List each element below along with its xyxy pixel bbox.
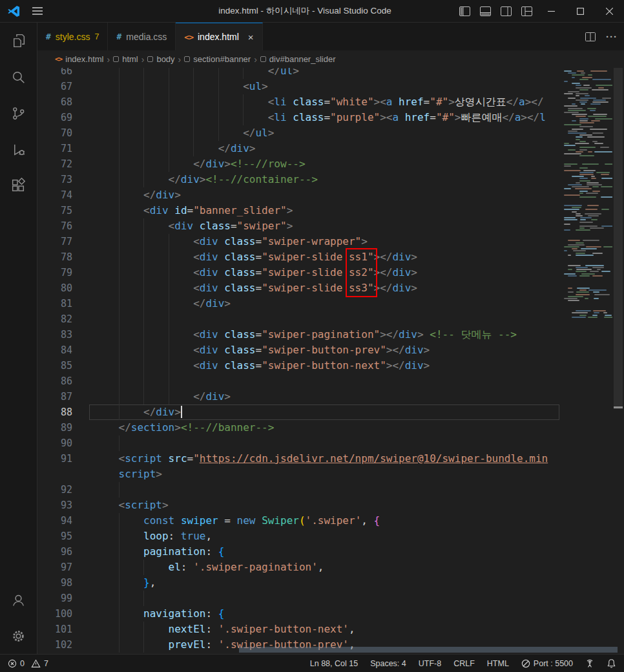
code-line[interactable]: </div> bbox=[37, 404, 562, 420]
code-text: <div class="swiper-button-next"></div> bbox=[94, 358, 430, 373]
notifications-bell-icon[interactable] bbox=[607, 658, 616, 668]
overview-ruler-cursor-mark bbox=[614, 406, 623, 408]
code-line[interactable]: </div> bbox=[37, 296, 562, 311]
cursor-position[interactable]: Ln 88, Col 15 bbox=[310, 659, 358, 668]
code-line[interactable]: const swiper = new Swiper('.swiper', { bbox=[37, 513, 562, 529]
vertical-scrollbar-thumb[interactable] bbox=[614, 68, 623, 409]
code-line[interactable]: <div class="swiper-slide ss1"></div> bbox=[37, 249, 562, 265]
minimize-button[interactable] bbox=[537, 0, 567, 23]
breadcrumb-file[interactable]: <> index.html bbox=[55, 54, 104, 64]
code-line[interactable] bbox=[37, 482, 562, 498]
minimap-line bbox=[581, 248, 597, 249]
breadcrumb-html[interactable]: html bbox=[113, 54, 138, 64]
code-line[interactable]: <div class="swiper-wrapper"> bbox=[37, 234, 562, 249]
more-actions-icon[interactable]: ··· bbox=[606, 31, 618, 42]
close-tab-icon[interactable]: × bbox=[248, 32, 254, 43]
code-line[interactable]: script> bbox=[37, 467, 562, 482]
status-bar: 0 7 Ln 88, Col 15 Spaces: 4 UTF-8 CRLF H… bbox=[0, 654, 624, 672]
minimap-line bbox=[579, 155, 594, 156]
code-token: > bbox=[380, 328, 386, 341]
code-token: ul bbox=[280, 68, 293, 77]
code-line[interactable] bbox=[37, 436, 562, 451]
code-line[interactable]: <div class="swiper-slide ss2"></div> bbox=[37, 265, 562, 280]
code-line[interactable]: <div class="swiper-button-next"></div> bbox=[37, 358, 562, 373]
code-line[interactable]: <div class="swiper"> bbox=[37, 218, 562, 234]
customize-layout-icon[interactable] bbox=[517, 0, 537, 23]
code-line[interactable]: <li class="purple"><a href="#">빠른예매</a><… bbox=[37, 110, 562, 125]
code-line[interactable]: pagination: { bbox=[37, 544, 562, 560]
breadcrumb-section-banner[interactable]: section#banner bbox=[184, 54, 251, 64]
code-line[interactable]: <ul> bbox=[37, 79, 562, 94]
source-control-icon[interactable] bbox=[0, 95, 37, 131]
menu-icon[interactable] bbox=[32, 0, 43, 23]
vertical-scrollbar[interactable] bbox=[612, 68, 624, 654]
code-token: { bbox=[218, 607, 225, 620]
close-window-button[interactable] bbox=[595, 0, 624, 23]
code-line[interactable]: <div id="banner_slider"> bbox=[37, 203, 562, 218]
minimap-line bbox=[590, 110, 596, 111]
code-line[interactable]: <li class="white"><a href="#">상영시간표</a><… bbox=[37, 94, 562, 110]
code-token: "swiper-button-prev" bbox=[262, 344, 386, 356]
radio-tower-icon[interactable] bbox=[585, 659, 594, 668]
code-token bbox=[218, 235, 225, 247]
code-token: = bbox=[255, 359, 262, 372]
toggle-primary-sidebar-icon[interactable] bbox=[455, 0, 475, 23]
error-count: 0 bbox=[20, 659, 25, 668]
language-mode[interactable]: HTML bbox=[487, 659, 509, 668]
breadcrumb-label: html bbox=[122, 54, 138, 64]
code-line[interactable] bbox=[37, 591, 562, 606]
minimap-line bbox=[592, 315, 598, 316]
code-line[interactable]: <script> bbox=[37, 498, 562, 513]
tab-style-css[interactable]: # style.css 7 bbox=[37, 23, 108, 50]
code-line[interactable]: <div class="swiper-pagination"></div> <!… bbox=[37, 327, 562, 342]
code-line[interactable]: </div> bbox=[37, 141, 562, 156]
code-line[interactable] bbox=[37, 311, 562, 327]
explorer-icon[interactable] bbox=[0, 23, 37, 59]
horizontal-scrollbar-thumb[interactable] bbox=[239, 647, 618, 653]
code-line[interactable]: el: '.swiper-pagination', bbox=[37, 560, 562, 575]
code-line[interactable]: nextEl: '.swiper-button-next', bbox=[37, 622, 562, 637]
code-line[interactable]: }, bbox=[37, 575, 562, 591]
minimap-line bbox=[572, 103, 576, 105]
code-line[interactable]: <div class="swiper-slide ss3"></div> bbox=[37, 280, 562, 296]
code-line[interactable] bbox=[37, 373, 562, 389]
code-token: = bbox=[324, 111, 330, 123]
code-token bbox=[392, 96, 399, 108]
breadcrumb-body[interactable]: body bbox=[147, 54, 174, 64]
extensions-icon[interactable] bbox=[0, 167, 37, 204]
search-icon[interactable] bbox=[0, 59, 37, 95]
code-editor[interactable]: 6667686970717273747576777879808182838485… bbox=[37, 68, 624, 654]
code-line[interactable]: </ul> bbox=[37, 125, 562, 141]
code-token: div bbox=[200, 359, 218, 372]
code-line[interactable]: </div><!--//container--> bbox=[37, 172, 562, 187]
run-debug-icon[interactable] bbox=[0, 131, 37, 167]
code-line[interactable]: <div class="swiper-button-prev"></div> bbox=[37, 342, 562, 358]
settings-gear-icon[interactable] bbox=[0, 618, 37, 654]
eol-setting[interactable]: CRLF bbox=[453, 659, 475, 668]
breadcrumb-div-banner-slider[interactable]: div#banner_slider bbox=[260, 54, 336, 64]
minimap[interactable] bbox=[562, 68, 612, 654]
code-line[interactable]: </div><!--//row--> bbox=[37, 156, 562, 172]
toggle-secondary-sidebar-icon[interactable] bbox=[496, 0, 517, 23]
problems-indicator[interactable]: 0 7 bbox=[8, 659, 48, 668]
code-line[interactable]: loop: true, bbox=[37, 529, 562, 544]
maximize-button[interactable] bbox=[566, 0, 595, 23]
code-token bbox=[193, 220, 200, 232]
encoding-setting[interactable]: UTF-8 bbox=[419, 659, 441, 668]
tab-media-css[interactable]: # media.css bbox=[108, 23, 176, 50]
accounts-icon[interactable] bbox=[0, 582, 37, 618]
code-line[interactable]: </div> bbox=[37, 187, 562, 203]
code-line[interactable]: navigation: { bbox=[37, 606, 562, 622]
code-line[interactable]: </section><!--//banner--> bbox=[37, 420, 562, 436]
indentation-setting[interactable]: Spaces: 4 bbox=[370, 659, 406, 668]
toggle-panel-icon[interactable] bbox=[475, 0, 496, 23]
minimap-line bbox=[593, 100, 606, 101]
code-line[interactable]: </ul> bbox=[37, 68, 562, 79]
code-line[interactable]: <script src="https://cdn.jsdelivr.net/np… bbox=[37, 451, 562, 467]
tab-index-html[interactable]: <> index.html × bbox=[176, 23, 262, 50]
live-server-port[interactable]: Port : 5500 bbox=[521, 659, 573, 668]
code-text: script> bbox=[94, 467, 162, 482]
split-editor-icon[interactable] bbox=[585, 32, 596, 41]
code-line[interactable]: </div> bbox=[37, 389, 562, 404]
minimap-line bbox=[601, 271, 611, 272]
